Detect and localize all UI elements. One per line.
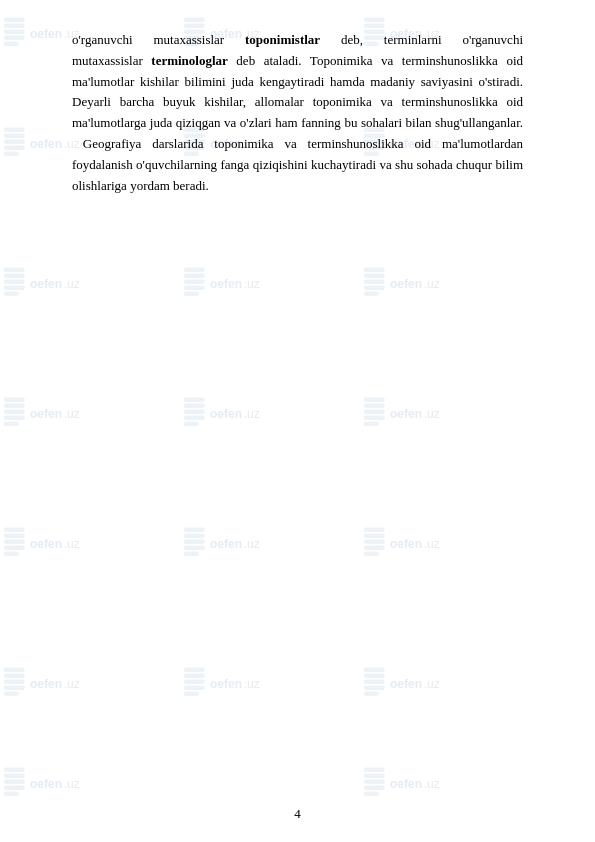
svg-rect-136: [364, 786, 385, 791]
svg-text:.uz: .uz: [424, 277, 440, 291]
svg-text:.uz: .uz: [244, 277, 260, 291]
svg-rect-71: [184, 404, 205, 409]
svg-text:oefen: oefen: [30, 137, 62, 151]
svg-rect-77: [364, 398, 385, 403]
svg-text:oefen: oefen: [390, 407, 422, 421]
watermark-logo: oefen .uz: [0, 760, 90, 820]
svg-rect-3: [4, 36, 25, 41]
svg-rect-80: [364, 416, 385, 421]
svg-rect-70: [184, 398, 205, 403]
page: oefen .uz oefen .uz: [0, 0, 595, 842]
main-paragraph: o'rganuvchi mutaxassislar toponimistlar …: [72, 30, 523, 196]
svg-rect-119: [364, 668, 385, 673]
svg-rect-127: [4, 774, 25, 779]
svg-rect-120: [364, 674, 385, 679]
svg-rect-95: [184, 552, 199, 557]
svg-rect-23: [4, 140, 25, 145]
svg-rect-2: [4, 30, 25, 35]
svg-text:oefen: oefen: [210, 537, 242, 551]
watermark-logo: oefen .uz: [360, 390, 450, 450]
svg-rect-50: [184, 274, 205, 279]
svg-rect-79: [364, 410, 385, 415]
svg-text:.uz: .uz: [64, 677, 80, 691]
svg-rect-65: [4, 410, 25, 415]
svg-text:.uz: .uz: [64, 777, 80, 791]
page-number: 4: [294, 806, 301, 822]
svg-rect-7: [184, 18, 205, 23]
svg-rect-45: [4, 286, 25, 291]
watermark-logo: oefen .uz: [180, 390, 270, 450]
svg-rect-102: [364, 552, 379, 557]
svg-rect-123: [364, 692, 379, 697]
svg-rect-108: [4, 686, 25, 691]
svg-rect-134: [364, 774, 385, 779]
svg-rect-73: [184, 416, 205, 421]
svg-rect-72: [184, 410, 205, 415]
svg-rect-21: [4, 128, 25, 133]
watermark-logo: oefen .uz: [0, 390, 90, 450]
svg-rect-25: [4, 152, 19, 157]
watermark-logo: oefen .uz: [360, 520, 450, 580]
svg-rect-8: [184, 24, 205, 29]
svg-rect-67: [4, 422, 19, 427]
svg-rect-14: [364, 18, 385, 23]
svg-text:oefen: oefen: [390, 777, 422, 791]
svg-rect-109: [4, 692, 19, 697]
svg-text:oefen: oefen: [30, 277, 62, 291]
svg-rect-22: [4, 134, 25, 139]
svg-text:oefen: oefen: [30, 27, 62, 41]
svg-rect-51: [184, 280, 205, 285]
svg-rect-88: [4, 552, 19, 557]
svg-text:.uz: .uz: [64, 407, 80, 421]
svg-rect-4: [4, 42, 19, 47]
svg-rect-98: [364, 528, 385, 533]
watermark-logo: oefen .uz: [180, 520, 270, 580]
svg-text:oefen: oefen: [390, 537, 422, 551]
svg-rect-115: [184, 686, 205, 691]
watermark-logo: oefen .uz: [0, 260, 90, 320]
svg-rect-116: [184, 692, 199, 697]
svg-rect-15: [364, 24, 385, 29]
svg-rect-128: [4, 780, 25, 785]
svg-rect-106: [4, 674, 25, 679]
svg-text:oefen: oefen: [30, 677, 62, 691]
svg-rect-93: [184, 540, 205, 545]
svg-rect-137: [364, 792, 379, 797]
svg-rect-92: [184, 534, 205, 539]
svg-rect-87: [4, 546, 25, 551]
svg-rect-135: [364, 780, 385, 785]
svg-text:oefen: oefen: [210, 407, 242, 421]
main-content: o'rganuvchi mutaxassislar toponimistlar …: [72, 30, 523, 196]
svg-rect-60: [364, 292, 379, 297]
svg-text:.uz: .uz: [424, 537, 440, 551]
svg-rect-126: [4, 768, 25, 773]
svg-rect-74: [184, 422, 199, 427]
svg-rect-43: [4, 274, 25, 279]
watermark-logo: oefen .uz: [0, 660, 90, 720]
svg-text:.uz: .uz: [244, 537, 260, 551]
watermark-logo: oefen .uz: [360, 760, 450, 820]
svg-rect-129: [4, 786, 25, 791]
svg-text:oefen: oefen: [210, 677, 242, 691]
svg-text:oefen: oefen: [390, 277, 422, 291]
svg-text:.uz: .uz: [424, 777, 440, 791]
svg-rect-58: [364, 280, 385, 285]
bold-text-toponimistlar: toponimistlar: [245, 32, 320, 47]
svg-text:.uz: .uz: [244, 407, 260, 421]
svg-rect-59: [364, 286, 385, 291]
watermark-logo: oefen .uz: [0, 520, 90, 580]
svg-rect-64: [4, 404, 25, 409]
svg-rect-101: [364, 546, 385, 551]
svg-text:.uz: .uz: [424, 677, 440, 691]
svg-rect-114: [184, 680, 205, 685]
svg-rect-85: [4, 534, 25, 539]
watermark-logo: oefen .uz: [180, 260, 270, 320]
watermark-logo: oefen .uz: [360, 260, 450, 320]
svg-text:.uz: .uz: [64, 537, 80, 551]
svg-rect-49: [184, 268, 205, 273]
svg-rect-63: [4, 398, 25, 403]
svg-rect-112: [184, 668, 205, 673]
svg-text:oefen: oefen: [30, 777, 62, 791]
svg-rect-42: [4, 268, 25, 273]
svg-text:.uz: .uz: [244, 677, 260, 691]
